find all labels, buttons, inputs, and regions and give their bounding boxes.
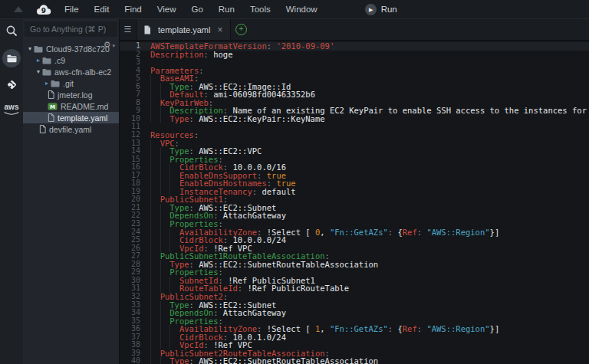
folder-icon bbox=[34, 45, 43, 53]
cloud9-logo-icon: 9 bbox=[35, 4, 52, 15]
indent-guide bbox=[160, 220, 170, 228]
menu-bar: 9 FileEditFindViewGoRunToolsWindow ▶ Run bbox=[0, 0, 589, 19]
line-number[interactable]: 12 bbox=[120, 131, 140, 139]
tree-item-label: devfile.yaml bbox=[49, 125, 91, 134]
token: , bbox=[320, 324, 330, 333]
code-text: Type: AWS::EC2::SubnetRouteTableAssociat… bbox=[140, 357, 378, 364]
token: AttachGateway bbox=[219, 211, 287, 220]
run-button[interactable]: ▶ Run bbox=[365, 4, 397, 15]
token: Ref bbox=[403, 324, 417, 333]
menu-edit[interactable]: Edit bbox=[87, 5, 117, 14]
tree-item-label: template.yaml bbox=[58, 113, 107, 123]
code-line[interactable]: 2Description: hoge bbox=[120, 51, 589, 59]
markdown-icon: M bbox=[48, 103, 58, 110]
code-text bbox=[140, 123, 150, 131]
indent-guide bbox=[160, 268, 170, 277]
indent-guide bbox=[169, 179, 179, 188]
indent-guide bbox=[150, 220, 160, 228]
tree-item-.git[interactable]: ▸.git bbox=[23, 77, 119, 89]
token: "AWS::Region" bbox=[426, 228, 489, 237]
line-number[interactable]: 40 bbox=[120, 357, 140, 364]
indent-guide bbox=[150, 252, 160, 261]
search-icon[interactable] bbox=[5, 25, 18, 37]
files-panel-icon[interactable] bbox=[2, 49, 21, 67]
indent-guide bbox=[160, 115, 170, 123]
svg-text:M: M bbox=[50, 103, 55, 110]
indent-guide bbox=[160, 179, 170, 188]
menu-go[interactable]: Go bbox=[183, 5, 210, 14]
menu-find[interactable]: Find bbox=[117, 5, 149, 14]
indent-guide bbox=[150, 163, 160, 172]
line-number[interactable]: 32 bbox=[120, 293, 140, 301]
indent-guide bbox=[169, 163, 179, 172]
folder-icon bbox=[51, 80, 60, 87]
indent-guide bbox=[150, 179, 160, 188]
tab-template-yaml[interactable]: template.yaml × bbox=[137, 19, 231, 40]
code-line[interactable]: 40Type: AWS::EC2::SubnetRouteTableAssoci… bbox=[120, 357, 589, 364]
chevron-right-icon[interactable]: ▸ bbox=[35, 57, 42, 64]
code-text bbox=[140, 58, 150, 67]
indent-guide bbox=[150, 74, 160, 83]
chevron-down-icon[interactable]: ▾ bbox=[26, 46, 34, 52]
token: AWS::EC2::SubnetRouteTableAssociation bbox=[194, 356, 378, 364]
menu-file[interactable]: File bbox=[57, 5, 87, 14]
tree-item-devfile.yaml[interactable]: devfile.yaml bbox=[23, 123, 119, 135]
tree-settings-gear-icon[interactable]: ⚙ ▾ bbox=[104, 40, 115, 50]
aws-icon[interactable]: aws bbox=[4, 103, 19, 116]
source-control-icon[interactable] bbox=[5, 78, 18, 91]
indent-guide bbox=[160, 107, 170, 115]
indent-guide bbox=[160, 357, 170, 364]
tab-close-icon[interactable]: × bbox=[217, 25, 222, 35]
indent-guide bbox=[150, 293, 160, 301]
indent-guide bbox=[150, 139, 160, 148]
token: default bbox=[257, 187, 296, 196]
token: AWS::EC2::KeyPair::KeyName bbox=[194, 114, 325, 123]
tree-item-template.yaml[interactable]: template.yaml bbox=[23, 112, 119, 123]
tree-item-.c9[interactable]: ▸.c9 bbox=[23, 54, 119, 66]
line-number[interactable]: 23 bbox=[120, 220, 140, 228]
menu-tools[interactable]: Tools bbox=[242, 5, 278, 14]
indent-guide bbox=[150, 309, 160, 317]
tab-bar: ☰ template.yaml × + bbox=[120, 19, 589, 41]
indent-guide bbox=[169, 325, 179, 333]
token: '2010-09-09' bbox=[276, 41, 334, 51]
indent-guide bbox=[160, 277, 170, 285]
line-number[interactable]: 1 bbox=[120, 42, 140, 51]
menu-window[interactable]: Window bbox=[278, 5, 325, 14]
tree-item-readme.md[interactable]: MREADME.md bbox=[23, 100, 119, 112]
indent-guide bbox=[150, 236, 160, 244]
chevron-down-icon[interactable]: ▾ bbox=[35, 69, 42, 75]
file-icon bbox=[143, 25, 151, 34]
indent-guide bbox=[150, 277, 160, 285]
tree-item-jmeter.log[interactable]: jmeter.log bbox=[23, 89, 119, 100]
token: { bbox=[393, 228, 403, 237]
indent-guide bbox=[160, 236, 170, 244]
new-tab-button[interactable]: + bbox=[231, 19, 252, 40]
code-editor[interactable]: 1AWSTemplateFormatVersion: '2010-09-09'2… bbox=[120, 41, 589, 364]
tree-item-aws-cfn-alb-ec2[interactable]: ▾aws-cfn-alb-ec2 bbox=[23, 66, 119, 77]
menu-run[interactable]: Run bbox=[211, 5, 242, 14]
indent-guide bbox=[160, 83, 170, 91]
indent-guide bbox=[150, 341, 160, 349]
menu-view[interactable]: View bbox=[150, 5, 184, 14]
token: "Fn::GetAZs" bbox=[330, 324, 388, 333]
chevron-right-icon[interactable]: ▸ bbox=[43, 80, 51, 87]
indent-guide bbox=[150, 195, 160, 204]
token: , bbox=[320, 228, 330, 237]
indent-guide bbox=[160, 172, 170, 180]
code-line[interactable]: 10Type: AWS::EC2::KeyPair::KeyName bbox=[120, 115, 589, 123]
indent-guide bbox=[160, 147, 170, 156]
code-text: Type: AWS::EC2::KeyPair::KeyName bbox=[140, 115, 325, 123]
indent-guide bbox=[169, 333, 179, 342]
indent-guide bbox=[150, 333, 160, 342]
goto-anything-input[interactable]: Go to Anything (⌘ P) bbox=[25, 21, 117, 37]
run-button-label: Run bbox=[381, 5, 397, 14]
file-tree-panel: Go to Anything (⌘ P) ⚙ ▾ ▾Cloud9-37d8c72… bbox=[23, 19, 120, 364]
code-line[interactable]: 12Resources: bbox=[120, 131, 589, 139]
token: Description bbox=[150, 50, 204, 59]
tab-list-hamburger-icon[interactable]: ☰ bbox=[120, 19, 137, 40]
token: }] bbox=[490, 228, 500, 237]
line-number[interactable]: 34 bbox=[120, 309, 140, 317]
play-icon: ▶ bbox=[365, 4, 377, 15]
indent-guide bbox=[160, 163, 170, 172]
